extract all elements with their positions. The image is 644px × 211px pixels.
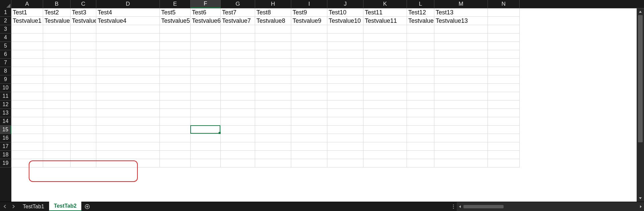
cell-L10[interactable] xyxy=(407,84,434,92)
cell-B2[interactable]: Testvalue2 xyxy=(43,17,71,25)
cell-N7[interactable] xyxy=(488,59,520,67)
hscroll-thumb[interactable] xyxy=(463,205,504,208)
cell-B15[interactable] xyxy=(43,126,71,134)
cell-B19[interactable] xyxy=(43,159,71,167)
cell-L3[interactable] xyxy=(407,25,434,33)
cell-F16[interactable] xyxy=(191,134,221,142)
cell-I17[interactable] xyxy=(291,142,327,151)
cell-D2[interactable]: Testvalue4 xyxy=(96,17,160,25)
cell-M16[interactable] xyxy=(434,134,488,142)
cell-M8[interactable] xyxy=(434,67,488,75)
cell-F6[interactable] xyxy=(191,50,221,59)
cell-E12[interactable] xyxy=(160,100,191,109)
cell-F11[interactable] xyxy=(191,92,221,100)
cell-K6[interactable] xyxy=(363,50,407,59)
cell-I18[interactable] xyxy=(291,151,327,159)
cell-F12[interactable] xyxy=(191,100,221,109)
cell-F14[interactable] xyxy=(191,117,221,126)
cell-H15[interactable] xyxy=(255,126,291,134)
cell-I15[interactable] xyxy=(291,126,327,134)
cell-J3[interactable] xyxy=(327,25,363,33)
row-header-7[interactable]: 7 xyxy=(0,59,11,67)
cell-C10[interactable] xyxy=(71,84,96,92)
cell-G2[interactable]: Testvalue7 xyxy=(221,17,255,25)
cell-H6[interactable] xyxy=(255,50,291,59)
cell-L14[interactable] xyxy=(407,117,434,126)
cell-K5[interactable] xyxy=(363,42,407,50)
cell-K13[interactable] xyxy=(363,109,407,117)
cell-C19[interactable] xyxy=(71,159,96,167)
cell-G17[interactable] xyxy=(221,142,255,151)
add-sheet-button[interactable] xyxy=(82,202,93,211)
cell-M15[interactable] xyxy=(434,126,488,134)
cell-H7[interactable] xyxy=(255,59,291,67)
cell-A19[interactable] xyxy=(11,159,43,167)
cells-area[interactable]: Test1Test2Test3Test4Test5Test6Test7Test8… xyxy=(11,8,637,202)
cell-K15[interactable] xyxy=(363,126,407,134)
cell-C9[interactable] xyxy=(71,75,96,84)
cell-L18[interactable] xyxy=(407,151,434,159)
hscroll-track[interactable] xyxy=(463,204,637,209)
cell-E13[interactable] xyxy=(160,109,191,117)
cell-K9[interactable] xyxy=(363,75,407,84)
tab-split-handle-icon[interactable] xyxy=(450,202,457,211)
cell-G16[interactable] xyxy=(221,134,255,142)
cell-A17[interactable] xyxy=(11,142,43,151)
cell-L15[interactable] xyxy=(407,126,434,134)
cell-D4[interactable] xyxy=(96,33,160,42)
cell-M9[interactable] xyxy=(434,75,488,84)
cell-F15[interactable] xyxy=(191,126,221,134)
cell-K17[interactable] xyxy=(363,142,407,151)
cell-D9[interactable] xyxy=(96,75,160,84)
cell-B17[interactable] xyxy=(43,142,71,151)
cell-J6[interactable] xyxy=(327,50,363,59)
cell-F7[interactable] xyxy=(191,59,221,67)
cell-B8[interactable] xyxy=(43,67,71,75)
cell-B10[interactable] xyxy=(43,84,71,92)
cell-J16[interactable] xyxy=(327,134,363,142)
cell-E6[interactable] xyxy=(160,50,191,59)
cell-J12[interactable] xyxy=(327,100,363,109)
cell-G12[interactable] xyxy=(221,100,255,109)
cell-F2[interactable]: Testvalue6 xyxy=(191,17,221,25)
cell-E18[interactable] xyxy=(160,151,191,159)
cell-H10[interactable] xyxy=(255,84,291,92)
cell-C13[interactable] xyxy=(71,109,96,117)
cell-M5[interactable] xyxy=(434,42,488,50)
cell-M3[interactable] xyxy=(434,25,488,33)
cell-F9[interactable] xyxy=(191,75,221,84)
cell-M1[interactable]: Test13 xyxy=(434,8,488,17)
row-header-4[interactable]: 4 xyxy=(0,33,11,42)
cell-J10[interactable] xyxy=(327,84,363,92)
cell-H9[interactable] xyxy=(255,75,291,84)
cell-J15[interactable] xyxy=(327,126,363,134)
row-header-2[interactable]: 2 xyxy=(0,17,11,25)
row-header-3[interactable]: 3 xyxy=(0,25,11,33)
scroll-right-arrow-icon[interactable] xyxy=(637,202,644,211)
cell-B1[interactable]: Test2 xyxy=(43,8,71,17)
cell-B12[interactable] xyxy=(43,100,71,109)
cell-B5[interactable] xyxy=(43,42,71,50)
cell-J2[interactable]: Testvalue10 xyxy=(327,17,363,25)
cell-E1[interactable]: Test5 xyxy=(160,8,191,17)
cell-A7[interactable] xyxy=(11,59,43,67)
cell-F4[interactable] xyxy=(191,33,221,42)
cell-C7[interactable] xyxy=(71,59,96,67)
cell-H3[interactable] xyxy=(255,25,291,33)
cell-K2[interactable]: Testvalue11 xyxy=(363,17,407,25)
cell-L8[interactable] xyxy=(407,67,434,75)
cell-G1[interactable]: Test7 xyxy=(221,8,255,17)
cell-I11[interactable] xyxy=(291,92,327,100)
cell-N3[interactable] xyxy=(488,25,520,33)
cell-E2[interactable]: Testvalue5 xyxy=(160,17,191,25)
cell-N6[interactable] xyxy=(488,50,520,59)
cell-E11[interactable] xyxy=(160,92,191,100)
cell-G14[interactable] xyxy=(221,117,255,126)
cell-B9[interactable] xyxy=(43,75,71,84)
cell-D6[interactable] xyxy=(96,50,160,59)
cell-A5[interactable] xyxy=(11,42,43,50)
cell-J18[interactable] xyxy=(327,151,363,159)
cell-H18[interactable] xyxy=(255,151,291,159)
cell-C15[interactable] xyxy=(71,126,96,134)
cell-G3[interactable] xyxy=(221,25,255,33)
